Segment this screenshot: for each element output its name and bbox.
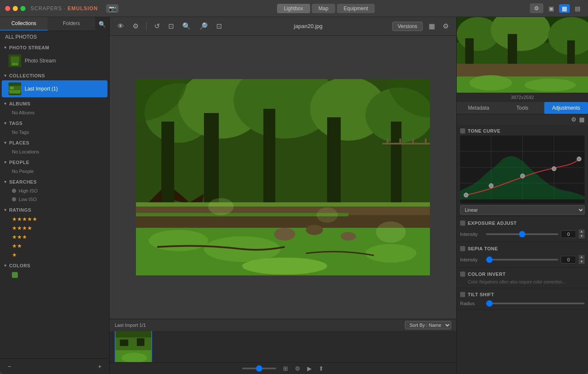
tilt-shift-radius-slider[interactable] xyxy=(486,303,585,304)
exposure-step-up[interactable]: ▲ xyxy=(579,230,585,234)
sidebar-all-photos[interactable]: ALL PHOTOS xyxy=(0,31,109,43)
play-button[interactable]: ▶ xyxy=(307,365,312,372)
svg-rect-39 xyxy=(399,139,401,144)
zoom-in-button[interactable]: 🔍 xyxy=(180,20,193,32)
filmstrip-header: Last Import 1/1 Sort By : Name xyxy=(110,319,456,331)
zoom-out-button[interactable]: 🔎 xyxy=(197,20,210,32)
sidebar-section-header-ratings[interactable]: ▼ RATINGS xyxy=(0,205,109,215)
sidebar-section-content-people: No People xyxy=(0,167,109,177)
sidebar-item-low-iso[interactable]: Low ISO xyxy=(0,195,109,204)
exposure-step-down[interactable]: ▼ xyxy=(579,234,585,238)
view-split-button[interactable]: ▦ xyxy=(559,4,570,13)
sidebar-section-header-albums[interactable]: ▼ ALBUMS xyxy=(0,99,109,108)
tone-curve-graph[interactable] xyxy=(460,136,585,204)
svg-rect-38 xyxy=(387,139,388,144)
exposure-adjust-header[interactable]: EXPOSURE ADJUST xyxy=(460,218,585,228)
sidebar-footer: − + xyxy=(0,358,109,374)
svg-point-67 xyxy=(464,193,468,197)
sidebar-tab-collections[interactable]: Collections xyxy=(0,17,48,31)
app-window: SCRAPERS · EMULSION 📷 Lightbox Map Equip… xyxy=(0,0,588,374)
grid-view-button[interactable]: ⊞ xyxy=(283,365,288,372)
rating-5-stars[interactable]: ★★★★★ xyxy=(0,215,109,224)
tone-curve-header[interactable]: TONE CURVE xyxy=(460,126,585,136)
image-dimensions: 3872x2592 xyxy=(457,93,588,102)
filmstrip-zoom-slider[interactable] xyxy=(242,368,276,369)
tab-tools[interactable]: Tools xyxy=(500,102,544,114)
close-button[interactable] xyxy=(5,6,10,11)
sidebar-section-header-colors[interactable]: ▼ COLORS xyxy=(0,261,109,270)
minimize-button[interactable] xyxy=(13,6,18,11)
sepia-step-down[interactable]: ▼ xyxy=(579,260,585,264)
sidebar-section-content-ratings: ★★★★★ ★★★★ ★★★ ★★ ★ xyxy=(0,215,109,261)
sidebar-section-header-searches[interactable]: ▼ SEARCHES xyxy=(0,177,109,187)
sidebar-item-last-import[interactable]: Last Import (1) xyxy=(2,80,107,97)
tone-curve-toggle[interactable] xyxy=(460,128,465,133)
sidebar-section-header-places[interactable]: ▼ PLACES xyxy=(0,138,109,147)
tone-curve-preset-select[interactable]: Linear xyxy=(460,205,585,215)
sepia-intensity-slider[interactable] xyxy=(486,259,558,261)
histogram-button[interactable]: ▦ xyxy=(426,20,438,32)
tab-equipment[interactable]: Equipment xyxy=(337,4,375,13)
sepia-tone-header[interactable]: SEPIA TONE xyxy=(460,244,585,253)
color-swatch-green[interactable] xyxy=(12,272,18,278)
center-area: 👁 ⚙ ↺ ⊡ 🔍 🔎 ⊡ japan20.jpg Versions ▦ ⚙ xyxy=(110,17,456,374)
tone-curve-section: TONE CURVE xyxy=(457,125,588,217)
rating-1-star[interactable]: ★ xyxy=(0,250,109,259)
rating-4-stars[interactable]: ★★★★ xyxy=(0,224,109,232)
refresh-button[interactable]: ↺ xyxy=(152,20,162,32)
filmstrip-thumb-1[interactable] xyxy=(115,331,152,362)
tab-lightbox[interactable]: Lightbox xyxy=(277,4,310,13)
tilt-shift-toggle[interactable] xyxy=(460,292,465,297)
no-tags-label: No Tags xyxy=(12,130,29,135)
view-single-button[interactable]: ▣ xyxy=(546,4,557,13)
exposure-intensity-value[interactable] xyxy=(561,230,576,238)
maximize-button[interactable] xyxy=(20,6,25,11)
sort-select[interactable]: Sort By : Name xyxy=(405,321,451,329)
panel-grid-button[interactable]: ▦ xyxy=(579,116,585,123)
sidebar-add-button[interactable]: + xyxy=(96,362,104,371)
view-grid-button[interactable]: ▤ xyxy=(572,4,583,13)
settings-wheel-button[interactable]: ⚙ xyxy=(130,20,141,32)
sidebar-section-header-photo-stream[interactable]: ▼ PHOTO STREAM xyxy=(0,43,109,52)
exposure-intensity-slider[interactable] xyxy=(486,233,558,235)
color-invert-toggle[interactable] xyxy=(460,272,465,277)
sepia-step-up[interactable]: ▲ xyxy=(579,255,585,259)
crop-button[interactable]: ⊡ xyxy=(166,20,176,32)
sidebar-item-high-iso[interactable]: High ISO xyxy=(0,187,109,195)
panel-settings-button[interactable]: ⚙ xyxy=(571,116,577,123)
tab-metadata[interactable]: Metadata xyxy=(457,102,500,114)
tilt-shift-header[interactable]: TILT SHIFT xyxy=(460,290,585,299)
sidebar-section-header-people[interactable]: ▼ PEOPLE xyxy=(0,158,109,167)
versions-button[interactable]: Versions xyxy=(392,22,423,31)
camera-icon-button[interactable]: 📷 xyxy=(106,4,119,13)
last-import-thumb xyxy=(8,82,21,95)
sidebar-section-photo-stream: ▼ PHOTO STREAM Photo Stream xyxy=(0,43,109,71)
sidebar-item-photo-stream[interactable]: Photo Stream xyxy=(0,52,109,69)
rating-3-stars[interactable]: ★★★ xyxy=(0,232,109,241)
share-button[interactable]: ⬆ xyxy=(319,365,324,372)
sidebar-remove-button[interactable]: − xyxy=(5,362,14,371)
sidebar-section-header-collections[interactable]: ▼ COLLECTIONS xyxy=(0,71,109,80)
sepia-intensity-value[interactable] xyxy=(561,256,576,264)
sidebar-search-button[interactable]: 🔍 xyxy=(95,18,109,30)
svg-point-27 xyxy=(365,244,416,263)
sidebar-section-header-tags[interactable]: ▼ TAGS xyxy=(0,119,109,128)
sidebar-tab-folders[interactable]: Folders xyxy=(48,17,95,31)
eye-icon-button[interactable]: 👁 xyxy=(115,21,127,32)
exposure-toggle[interactable] xyxy=(460,221,465,226)
sidebar-section-content-photo-stream: Photo Stream xyxy=(0,52,109,71)
zoom-fit-button[interactable]: ⊡ xyxy=(214,20,224,32)
info-button[interactable]: ⚙ xyxy=(295,365,300,372)
sepia-toggle[interactable] xyxy=(460,246,465,251)
sidebar-tabs: Collections Folders xyxy=(0,17,95,31)
color-invert-header[interactable]: COLOR INVERT xyxy=(460,269,585,279)
tab-adjustments[interactable]: Adjustments xyxy=(544,102,588,114)
high-iso-label: High ISO xyxy=(19,188,38,193)
adjustments-panel-button[interactable]: ⚙ xyxy=(440,20,451,32)
svg-rect-17 xyxy=(327,117,341,207)
svg-rect-18 xyxy=(391,122,401,207)
settings-button[interactable]: ⚙ xyxy=(530,3,543,13)
tab-map[interactable]: Map xyxy=(312,4,335,13)
filmstrip: Last Import 1/1 Sort By : Name xyxy=(110,319,456,374)
rating-2-stars[interactable]: ★★ xyxy=(0,241,109,250)
